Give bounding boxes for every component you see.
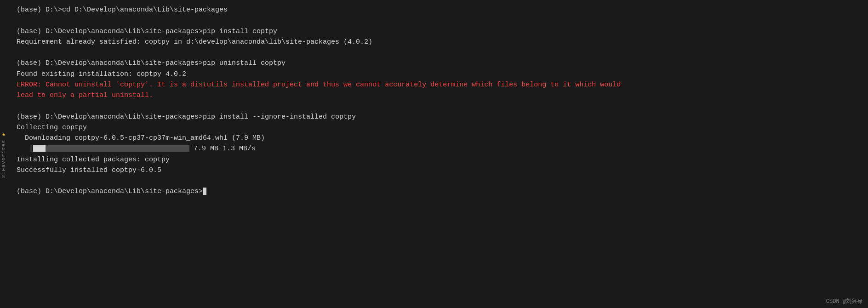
terminal-line: Successfully installed coptpy-6.0.5 xyxy=(17,165,860,176)
blank-line xyxy=(17,15,860,26)
terminal-line: Downloading coptpy-6.0.5-cp37-cp37m-win_… xyxy=(17,133,860,143)
favorites-label-text: 2.Favorites xyxy=(1,140,6,178)
blank-line xyxy=(17,101,860,111)
error-line: lead to only a partial uninstall. xyxy=(17,90,860,101)
terminal-line: (base) D:\Develop\anaconda\Lib\site-pack… xyxy=(17,58,860,68)
progress-label: 7.9 MB 1.3 MB/s xyxy=(189,145,256,153)
blank-line xyxy=(17,176,860,186)
prompt-line: (base) D:\Develop\anaconda\Lib\site-pack… xyxy=(17,186,860,197)
terminal-line: Found existing installation: coptpy 4.0.… xyxy=(17,69,860,80)
terminal-line: Installing collected packages: coptpy xyxy=(17,154,860,165)
terminal-line: Requirement already satisfied: coptpy in… xyxy=(17,37,860,47)
blank-line xyxy=(17,47,860,58)
favorites-panel[interactable]: ★ 2.Favorites xyxy=(1,130,6,178)
cursor xyxy=(203,188,206,195)
progress-line: | 7.9 MB 1.3 MB/s xyxy=(17,143,860,154)
terminal-line: (base) D:\Develop\anaconda\Lib\site-pack… xyxy=(17,26,860,37)
terminal-content: (base) D:\>cd D:\Develop\anaconda\Lib\si… xyxy=(17,5,860,197)
progress-bar xyxy=(33,145,189,152)
error-line: ERROR: Cannot uninstall 'coptpy'. It is … xyxy=(17,80,860,90)
star-icon: ★ xyxy=(2,130,6,138)
terminal-line: (base) D:\Develop\anaconda\Lib\site-pack… xyxy=(17,112,860,122)
terminal-line: Collecting coptpy xyxy=(17,122,860,133)
terminal-window: ★ 2.Favorites (base) D:\>cd D:\Develop\a… xyxy=(0,0,868,308)
watermark: CSDN @刘兴禄 xyxy=(826,297,862,305)
terminal-line: (base) D:\>cd D:\Develop\anaconda\Lib\si… xyxy=(17,5,860,15)
progress-bar-fill xyxy=(33,145,46,152)
